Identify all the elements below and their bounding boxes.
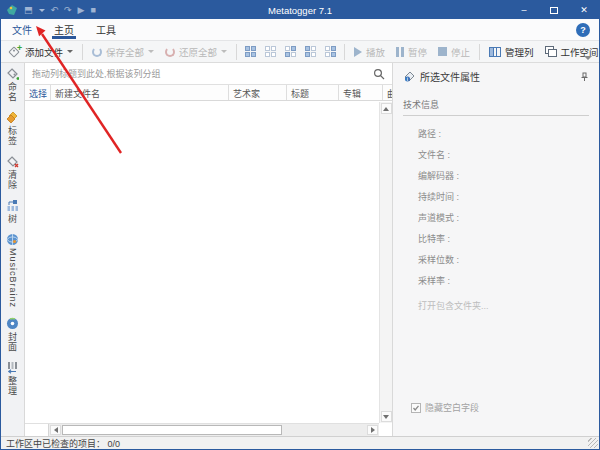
chevron-down-icon [148,50,154,53]
sidebar-item-label: 封面 [6,332,19,352]
svg-text:i: i [407,77,408,82]
sidebar-item-musicbrainz[interactable]: MusicBrainz [6,233,19,308]
tree-icon [6,199,19,212]
sidebar-item-tag[interactable]: 标签 [6,111,19,146]
vertical-scrollbar[interactable] [379,102,392,423]
tab-tools[interactable]: 工具 [85,19,127,40]
pause-icon [396,47,404,57]
collapse-ribbon-icon[interactable] [584,56,592,60]
column-header-new-filename[interactable]: 新建文件名 [51,85,229,100]
pause-label: 暂停 [408,45,427,59]
table-body-empty[interactable] [25,101,392,423]
maximize-icon [550,7,558,14]
technical-info-fields: 路径 : 文件名 : 编解码器 : 持续时间 : 声道模式 : 比特率 : 采样… [403,127,589,287]
open-containing-folder-link[interactable]: 打开包含文件夹... [403,299,589,312]
play-button[interactable]: 播放 [350,43,389,61]
scroll-up-button[interactable] [381,103,392,114]
column-header-artist[interactable]: 艺术家 [229,85,287,100]
restore-all-button[interactable]: 还原全部 [161,43,231,61]
toolbar-separator [82,44,83,60]
toolbar: + 添加文件 保存全部 还原全部 [1,41,599,63]
app-window: ⬒ ↶ ↷ ▶ ■ Metatogger 7.1 – ✕ 文件 主页 工具 ? … [0,0,600,450]
workspace-label: 工作空间 [561,45,599,59]
stop-button[interactable]: 停止 [434,43,474,61]
sidebar-item-label: 命名 [6,82,19,102]
table-header: 选择 新建文件名 艺术家 标题 专辑 曲目编号 [25,85,392,101]
check-selected-button[interactable] [302,44,319,59]
sidebar-item-tree[interactable]: 树 [6,199,19,224]
qat-undo-icon[interactable]: ↶ [51,6,59,15]
select-all-button[interactable] [242,44,259,59]
quick-access-toolbar: ⬒ ↶ ↷ ▶ ■ [1,4,96,16]
sidebar-item-label: 清除 [6,170,19,190]
column-header-select[interactable]: 选择 [25,85,51,100]
tab-home[interactable]: 主页 [43,19,85,40]
restore-all-icon [165,47,175,57]
field-path: 路径 : [418,127,589,140]
horizontal-scroll-thumb[interactable] [62,425,282,435]
hide-empty-checkbox[interactable] [411,403,421,413]
scroll-down-button[interactable] [381,411,392,422]
fixed-column-footer [25,424,49,436]
sidebar-item-sort[interactable]: 整理 [6,361,19,396]
help-button[interactable]: ? [576,23,590,37]
globe-icon [6,233,19,246]
column-header-title[interactable]: 标题 [287,85,339,100]
workspace-icon [545,46,557,57]
column-header-track-number[interactable]: 曲目编号 [383,85,392,100]
close-button[interactable]: ✕ [569,1,599,19]
field-duration: 持续时间 : [418,190,589,203]
properties-panel-title: 所选文件属性 [420,69,480,84]
play-icon [354,47,362,57]
group-by-placeholder: 拖动列标题到此处,根据该列分组 [32,67,161,80]
horizontal-scrollbar[interactable] [25,423,379,436]
sidebar-item-rename[interactable]: 命名 [6,67,19,102]
uncheck-selected-button[interactable] [322,44,339,59]
sidebar-item-label: 树 [6,214,19,224]
sidebar-item-covers[interactable]: 封面 [6,317,19,352]
tags-icon [6,111,19,124]
column-header-album[interactable]: 专辑 [339,85,383,100]
field-bitrate: 比特率 : [418,232,589,245]
ribbon-tab-row: 文件 主页 工具 ? [1,19,599,41]
properties-panel-header: i 所选文件属性 [403,69,589,84]
manage-columns-button[interactable]: 管理列 [485,43,538,61]
tab-file[interactable]: 文件 [1,19,43,40]
qat-redo-icon[interactable]: ↷ [64,6,72,15]
invert-selection-button[interactable] [282,44,299,59]
scroll-right-button[interactable] [367,425,378,435]
qat-save-caret-icon[interactable] [39,9,45,12]
resize-grip[interactable] [588,438,598,448]
pause-button[interactable]: 暂停 [392,43,431,61]
toolbar-separator [479,44,480,60]
field-filename: 文件名 : [418,148,589,161]
hide-empty-fields-row[interactable]: 隐藏空白字段 [403,401,589,414]
toolbar-separator [344,44,345,60]
window-controls: – ✕ [509,1,599,19]
restore-all-label: 还原全部 [179,45,217,59]
add-files-button[interactable]: + 添加文件 [5,43,77,61]
field-channel-mode: 声道模式 : [418,211,589,224]
chevron-down-icon [221,50,227,53]
save-all-button[interactable]: 保存全部 [88,43,158,61]
stop-label: 停止 [451,45,470,59]
minimize-button[interactable]: – [509,1,539,19]
cover-art-icon [6,317,19,330]
deselect-all-button[interactable] [262,44,279,59]
sidebar-item-label: MusicBrainz [8,248,18,308]
scroll-left-button[interactable] [50,425,61,435]
qat-play-icon[interactable]: ▶ [78,6,85,15]
sort-icon [6,361,19,374]
sidebar-item-label: 标签 [6,126,19,146]
qat-stop-icon[interactable]: ■ [91,6,96,15]
search-icon[interactable] [373,68,385,80]
add-file-icon: + [9,46,21,58]
manage-columns-label: 管理列 [505,45,534,59]
sidebar-item-clean[interactable]: 清除 [6,155,19,190]
maximize-button[interactable] [539,1,569,19]
group-by-bar[interactable]: 拖动列标题到此处,根据该列分组 [25,63,392,85]
save-all-icon [92,47,102,57]
qat-save-icon[interactable]: ⬒ [24,6,33,15]
stop-icon [438,47,447,56]
pin-icon[interactable] [579,72,589,82]
